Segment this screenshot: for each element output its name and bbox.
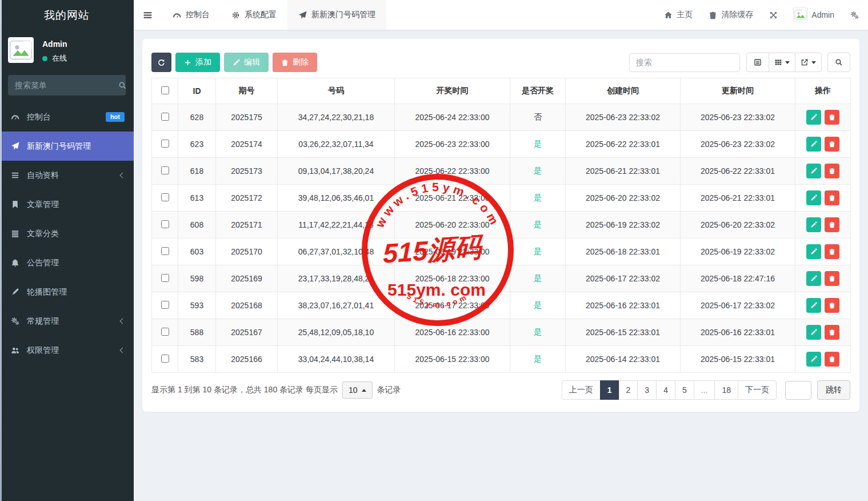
prev-page-button[interactable]: 上一页 <box>562 380 601 400</box>
actions-cell <box>795 104 851 131</box>
row-checkbox[interactable] <box>161 355 169 363</box>
page-button-4[interactable]: 4 <box>656 380 675 400</box>
row-edit-button[interactable] <box>806 110 821 125</box>
select-all-checkbox[interactable] <box>161 86 169 94</box>
row-checkbox[interactable] <box>161 301 169 309</box>
row-edit-button[interactable] <box>806 244 821 259</box>
row-delete-button[interactable] <box>825 217 839 232</box>
table-row: 623202517403,26,22,32,07,11,342025-06-23… <box>152 131 851 158</box>
row-checkbox[interactable] <box>161 247 169 255</box>
user-menu[interactable]: Admin <box>794 8 834 22</box>
row-edit-button[interactable] <box>806 137 821 152</box>
export-button[interactable] <box>795 53 822 72</box>
drawn-status: 是 <box>534 327 542 336</box>
actions-cell <box>795 265 851 292</box>
sidebar-item-公告管理[interactable]: 公告管理 <box>0 248 134 277</box>
search-icon <box>835 58 843 66</box>
row-delete-button[interactable] <box>825 137 839 152</box>
search-icon[interactable] <box>118 81 127 90</box>
fullscreen-button[interactable] <box>769 11 778 19</box>
row-edit-button[interactable] <box>806 325 821 340</box>
pagination-bar: 显示第 1 到第 10 条记录，总共 180 条记录 每页显示 10 条记录 上… <box>151 380 850 400</box>
row-delete-button[interactable] <box>825 325 839 340</box>
tab-系统配置[interactable]: 系统配置 <box>221 0 287 30</box>
row-edit-button[interactable] <box>806 190 821 205</box>
id-cell: 623 <box>178 131 216 158</box>
row-edit-button[interactable] <box>806 217 821 232</box>
sidebar-item-控制台[interactable]: 控制台hot <box>0 102 134 132</box>
row-checkbox[interactable] <box>161 166 169 174</box>
sidebar-search <box>8 75 126 96</box>
detail-view-button[interactable] <box>746 53 769 72</box>
row-checkbox[interactable] <box>161 220 169 228</box>
delete-button[interactable]: 删除 <box>273 53 317 72</box>
row-delete-button[interactable] <box>825 352 839 367</box>
row-checkbox[interactable] <box>161 193 169 201</box>
row-edit-button[interactable] <box>806 271 821 286</box>
tab-新新澳门号码管理[interactable]: 新新澳门号码管理 <box>287 0 386 30</box>
column-header-期号[interactable]: 期号 <box>216 78 278 104</box>
sidebar-search-input[interactable] <box>15 81 118 90</box>
sidebar-item-权限管理[interactable]: 权限管理 <box>0 336 134 365</box>
sidebar-item-自动资料[interactable]: 自动资料 <box>0 161 134 190</box>
column-header-操作[interactable]: 操作 <box>795 78 851 104</box>
column-header-创建时间[interactable]: 创建时间 <box>566 78 681 104</box>
row-delete-button[interactable] <box>825 271 839 286</box>
hamburger-icon[interactable] <box>134 0 162 30</box>
add-button[interactable]: 添加 <box>175 53 220 72</box>
table-row: 593202516838,23,07,16,27,01,412025-06-17… <box>152 292 851 319</box>
column-header-ID[interactable]: ID <box>178 78 216 104</box>
table-row: 628202517534,27,24,22,30,21,182025-06-24… <box>152 104 851 131</box>
chevron-left-icon <box>120 173 126 178</box>
sidebar-item-新新澳门号码管理[interactable]: 新新澳门号码管理 <box>0 132 134 161</box>
column-header-是否开奖[interactable]: 是否开奖 <box>510 78 566 104</box>
tab-控制台[interactable]: 控制台 <box>162 0 221 30</box>
row-delete-button[interactable] <box>825 244 839 259</box>
clear-cache-link[interactable]: 清除缓存 <box>709 10 753 20</box>
hot-badge: hot <box>106 112 125 122</box>
jump-button[interactable]: 跳转 <box>817 380 850 400</box>
page-size-dropdown[interactable]: 10 <box>342 381 373 399</box>
sidebar-item-文章管理[interactable]: 文章管理 <box>0 190 134 219</box>
sidebar-item-常规管理[interactable]: 常规管理 <box>0 307 134 336</box>
sidebar-item-轮播图管理[interactable]: 轮播图管理 <box>0 277 134 307</box>
sidebar-item-文章分类[interactable]: 文章分类 <box>0 219 134 248</box>
row-edit-button[interactable] <box>806 164 821 178</box>
page-button-2[interactable]: 2 <box>619 380 638 400</box>
drawn-cell: 是 <box>510 319 566 346</box>
row-edit-button[interactable] <box>806 298 821 313</box>
next-page-button[interactable]: 下一页 <box>738 380 777 400</box>
sidebar-item-label: 文章分类 <box>27 229 59 239</box>
row-checkbox[interactable] <box>161 113 169 121</box>
column-header-更新时间[interactable]: 更新时间 <box>681 78 795 104</box>
row-delete-button[interactable] <box>825 190 839 205</box>
row-checkbox[interactable] <box>161 140 169 148</box>
page-button-1[interactable]: 1 <box>600 380 619 400</box>
sidebar-menu: 控制台hot新新澳门号码管理自动资料文章管理文章分类公告管理轮播图管理常规管理权… <box>0 102 134 365</box>
columns-button[interactable] <box>769 53 795 72</box>
row-delete-button[interactable] <box>825 110 839 125</box>
row-checkbox[interactable] <box>161 274 169 282</box>
chevron-left-icon <box>120 348 126 353</box>
numbers-cell: 33,04,24,44,10,38,14 <box>278 346 395 373</box>
row-delete-button[interactable] <box>825 298 839 313</box>
page-button-18[interactable]: 18 <box>714 380 738 400</box>
search-button[interactable] <box>827 53 850 72</box>
page-ellipsis-button[interactable]: ... <box>694 380 715 400</box>
settings-button[interactable] <box>850 11 859 19</box>
table-search-input[interactable] <box>629 53 740 72</box>
refresh-button[interactable] <box>151 53 171 72</box>
numbers-cell: 03,26,22,32,07,11,34 <box>278 131 395 158</box>
column-header-号码[interactable]: 号码 <box>278 78 395 104</box>
jump-page-input[interactable] <box>785 381 811 400</box>
draw-time-cell: 2025-06-23 22:33:00 <box>395 131 510 158</box>
row-checkbox[interactable] <box>161 328 169 336</box>
page-button-5[interactable]: 5 <box>675 380 694 400</box>
content-card: 添加 编辑 删除 <box>142 39 859 412</box>
edit-button[interactable]: 编辑 <box>224 53 269 72</box>
home-link[interactable]: 主页 <box>664 10 693 20</box>
row-edit-button[interactable] <box>806 352 821 367</box>
row-delete-button[interactable] <box>825 164 839 178</box>
page-button-3[interactable]: 3 <box>637 380 657 400</box>
column-header-开奖时间[interactable]: 开奖时间 <box>395 78 510 104</box>
